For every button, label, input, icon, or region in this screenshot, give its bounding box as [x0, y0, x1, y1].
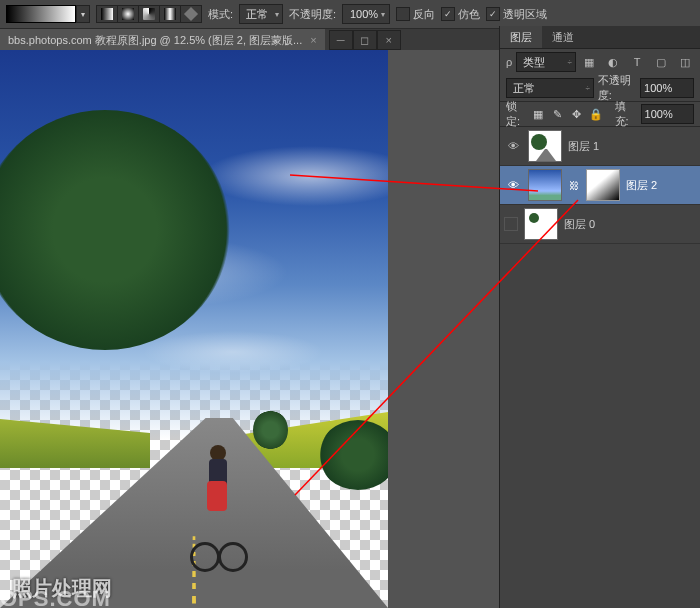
window-maximize-button[interactable]: ◻ — [353, 30, 377, 50]
layer-thumbnail[interactable] — [528, 169, 562, 201]
layers-list: 👁 图层 1 👁 ⛓ 图层 2 图层 0 — [500, 127, 700, 244]
filter-smart-icon[interactable]: ◫ — [676, 53, 694, 71]
opacity-input[interactable]: 100%▾ — [342, 4, 390, 24]
layer-name: 图层 1 — [568, 139, 599, 154]
tab-channels[interactable]: 通道 — [542, 26, 584, 48]
tree-right — [318, 420, 388, 490]
reverse-checkbox[interactable]: 反向 — [396, 7, 435, 22]
gradient-radial-button[interactable] — [118, 6, 139, 22]
layer-filter-icons: ▦ ◐ T ▢ ◫ — [580, 53, 694, 71]
lock-position-icon[interactable]: ✥ — [570, 106, 583, 122]
visibility-eye-icon[interactable]: 👁 — [504, 140, 522, 152]
layer-item[interactable]: 👁 图层 1 — [500, 127, 700, 166]
layer-thumbnail[interactable] — [524, 208, 558, 240]
document-tab[interactable]: bbs.photops.com 教程原图.jpg @ 12.5% (图层 2, … — [0, 29, 325, 51]
lock-transparent-icon[interactable]: ▦ — [532, 106, 545, 122]
layer-filter-select[interactable]: 类型÷ — [516, 52, 576, 72]
document-tab-title: bbs.photops.com 教程原图.jpg @ 12.5% (图层 2, … — [8, 33, 302, 48]
lock-label: 锁定: — [506, 99, 526, 129]
visibility-eye-icon[interactable] — [504, 217, 518, 231]
window-close-button[interactable]: × — [377, 30, 401, 50]
search-icon: ρ — [506, 56, 512, 68]
workspace: 照片处理网 OPS.COM — [0, 50, 500, 608]
lock-all-icon[interactable]: 🔒 — [589, 106, 603, 122]
bicycle-family — [175, 445, 245, 575]
gradient-angle-button[interactable] — [139, 6, 160, 22]
document-canvas[interactable]: 照片处理网 OPS.COM — [0, 50, 388, 608]
lock-image-icon[interactable]: ✎ — [551, 106, 564, 122]
mode-label: 模式: — [208, 7, 233, 22]
gradient-diamond-button[interactable] — [181, 6, 201, 22]
filter-pixel-icon[interactable]: ▦ — [580, 53, 598, 71]
blend-opacity-row: 正常÷ 不透明度: 100% — [500, 75, 700, 101]
filter-shape-icon[interactable]: ▢ — [652, 53, 670, 71]
options-toolbar: ▾ 模式: 正常▾ 不透明度: 100%▾ 反向 ✓仿色 ✓透明区域 — [0, 0, 700, 29]
lock-fill-row: 锁定: ▦ ✎ ✥ 🔒 填充: 100% — [500, 101, 700, 127]
fill-label: 填充: — [615, 99, 635, 129]
transparency-checkbox[interactable]: ✓透明区域 — [486, 7, 547, 22]
layer-name: 图层 0 — [564, 217, 595, 232]
close-tab-icon[interactable]: × — [310, 34, 316, 46]
dither-checkbox[interactable]: ✓仿色 — [441, 7, 480, 22]
mask-link-icon[interactable]: ⛓ — [568, 180, 580, 191]
layer-blend-mode-select[interactable]: 正常÷ — [506, 78, 594, 98]
fill-input[interactable]: 100% — [641, 104, 694, 124]
layers-panel: 图层 通道 ρ 类型÷ ▦ ◐ T ▢ ◫ 正常÷ 不透明度: 100% 锁定:… — [499, 26, 700, 608]
blend-mode-select[interactable]: 正常▾ — [239, 4, 283, 24]
layer-opacity-input[interactable]: 100% — [640, 78, 694, 98]
tab-layers[interactable]: 图层 — [500, 26, 542, 48]
opacity-label: 不透明度: — [289, 7, 336, 22]
layer-mask-thumbnail[interactable] — [586, 169, 620, 201]
filter-type-icon[interactable]: T — [628, 53, 646, 71]
visibility-eye-icon[interactable]: 👁 — [504, 179, 522, 191]
gradient-picker-dropdown[interactable]: ▾ — [76, 5, 90, 23]
layer-item[interactable]: 图层 0 — [500, 205, 700, 244]
layer-item[interactable]: 👁 ⛓ 图层 2 — [500, 166, 700, 205]
gradient-swatch[interactable] — [6, 5, 76, 23]
tree-small — [253, 410, 288, 450]
layer-name: 图层 2 — [626, 178, 657, 193]
panel-tabs: 图层 通道 — [500, 26, 700, 49]
watermark-domain: OPS.COM — [0, 586, 111, 608]
gradient-linear-button[interactable] — [97, 6, 118, 22]
filter-adjust-icon[interactable]: ◐ — [604, 53, 622, 71]
gradient-reflected-button[interactable] — [160, 6, 181, 22]
window-minimize-button[interactable]: ─ — [329, 30, 353, 50]
gradient-type-group — [96, 5, 202, 23]
layer-filter-row: ρ 类型÷ ▦ ◐ T ▢ ◫ — [500, 49, 700, 75]
layer-thumbnail[interactable] — [528, 130, 562, 162]
